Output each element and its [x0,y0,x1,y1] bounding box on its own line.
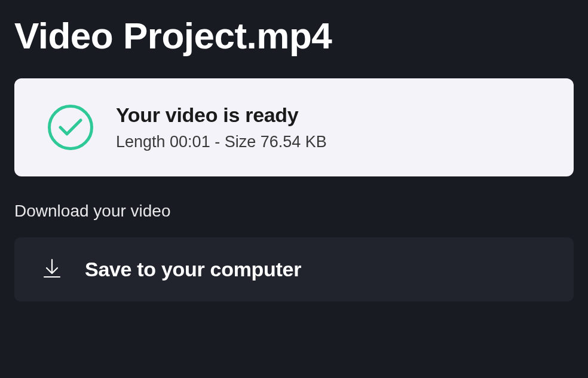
save-button-label: Save to your computer [85,258,301,281]
page-title: Video Project.mp4 [14,14,574,57]
status-card: Your video is ready Length 00:01 - Size … [14,78,574,176]
download-section-heading: Download your video [14,202,574,221]
status-details: Length 00:01 - Size 76.54 KB [116,133,327,151]
save-to-computer-button[interactable]: Save to your computer [14,237,574,301]
status-heading: Your video is ready [116,103,327,127]
status-text: Your video is ready Length 00:01 - Size … [116,103,327,151]
download-icon [43,258,61,281]
success-check-icon [48,105,93,150]
